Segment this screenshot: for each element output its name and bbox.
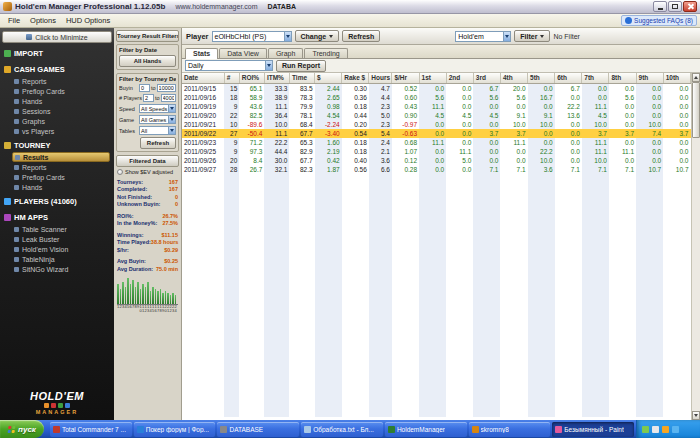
tab-data-view[interactable]: Data View [219, 48, 267, 58]
start-button[interactable]: пуск [0, 420, 44, 438]
tab-graph[interactable]: Graph [268, 48, 303, 58]
sidebar-item-graphs[interactable]: Graphs [0, 116, 114, 126]
col-header-4th[interactable]: 4th [500, 73, 527, 83]
col-header-hr[interactable]: $/Hr [392, 73, 419, 83]
col-header-8th[interactable]: 8th [609, 73, 636, 83]
taskbar-item-holdemmanager[interactable]: HoldemManager [385, 422, 467, 437]
empty-cell [446, 300, 473, 309]
scroll-down-button[interactable] [692, 411, 700, 420]
taskbar-item-txt[interactable]: Обработка.txt - Бл... [301, 422, 383, 437]
sidebar-item-hands[interactable]: Hands [0, 182, 114, 192]
item-label: Results [23, 154, 48, 161]
minimize-sidebar-button[interactable]: Click to Minimize [2, 31, 112, 43]
game-select[interactable]: All Games [139, 115, 176, 124]
show-ev-toggle[interactable]: Show $EV adjusted [117, 169, 178, 175]
sidebar-item-hands[interactable]: Hands [0, 96, 114, 106]
buyin-from-input[interactable] [139, 84, 150, 92]
col-header-3rd[interactable]: 3rd [473, 73, 500, 83]
empty-row [182, 282, 691, 291]
taskbar-item-item[interactable]: Покер форум | Фор... [134, 422, 216, 437]
sidebar-item-reports[interactable]: Reports [0, 76, 114, 86]
refresh-button[interactable]: Refresh [342, 30, 380, 42]
game-type-select[interactable]: Hold'em [455, 31, 511, 42]
minimize-window-button[interactable] [653, 1, 667, 12]
col-header-item[interactable]: $ [315, 73, 342, 83]
sidebar-item-vs-players[interactable]: vs Players [0, 126, 114, 136]
col-header-roi[interactable]: ROI% [239, 73, 264, 83]
vertical-scrollbar[interactable] [691, 73, 700, 420]
tables-select[interactable]: All [139, 126, 176, 135]
tray-icon[interactable] [642, 426, 649, 433]
col-header-7th[interactable]: 7th [582, 73, 609, 83]
buyin-to-input[interactable] [157, 84, 176, 92]
sidebar-item-leak-buster[interactable]: Leak Buster [0, 234, 114, 244]
col-header-hours[interactable]: Hours [369, 73, 392, 83]
sidebar-section-hm-apps[interactable]: HM APPS [0, 211, 114, 224]
tab-trending[interactable]: Trending [304, 48, 347, 58]
col-header-time[interactable]: Time [289, 73, 314, 83]
cell: 5.0 [369, 111, 392, 120]
taskbar-item-paint[interactable]: Безымянный - Paint [552, 422, 634, 437]
all-hands-button[interactable]: All Hands [119, 55, 176, 67]
sidebar-section-players-41060[interactable]: PLAYERS (41060) [0, 195, 114, 208]
player-select[interactable]: eOlHbCHbI (PS) [212, 31, 292, 42]
sidebar-item-sitngo-wizard[interactable]: SitNGo Wizard [0, 264, 114, 274]
table-row[interactable]: 2011/09/151565.133.383.52.440.304.70.520… [182, 83, 691, 93]
suggested-faqs-button[interactable]: Suggested FAQs (8) [621, 15, 697, 26]
change-player-button[interactable]: Change [295, 30, 340, 42]
sidebar-item-preflop-cards[interactable]: Preflop Cards [0, 86, 114, 96]
col-header-6th[interactable]: 6th [555, 73, 582, 83]
col-header-10th[interactable]: 10th [663, 73, 690, 83]
sidebar-item-tableninja[interactable]: TableNinja [0, 254, 114, 264]
table-row[interactable]: 2011/09/19943.611.179.90.980.182.30.4311… [182, 102, 691, 111]
menu-options[interactable]: Options [25, 15, 61, 26]
col-header-itm[interactable]: ITM% [264, 73, 289, 83]
players-from-input[interactable] [143, 94, 154, 102]
menu-file[interactable]: File [3, 15, 25, 26]
table-row[interactable]: 2011/09/272826.732.182.31.870.566.60.280… [182, 165, 691, 174]
close-window-button[interactable] [683, 1, 697, 12]
table-row[interactable]: 2011/09/161858.938.978.32.650.364.40.605… [182, 93, 691, 102]
sidebar-section-import[interactable]: IMPORT [0, 47, 114, 60]
tray-icon[interactable] [662, 426, 669, 433]
report-period-select[interactable]: Daily [185, 60, 273, 71]
table-row[interactable]: 2011/09/25997.344.482.92.190.182.11.070.… [182, 147, 691, 156]
sidebar-item-hold-em-vision[interactable]: Hold'em Vision [0, 244, 114, 254]
maximize-window-button[interactable] [668, 1, 682, 12]
sidebar-item-sessions[interactable]: Sessions [0, 106, 114, 116]
table-row[interactable]: 2011/09/202282.536.478.14.540.445.00.904… [182, 111, 691, 120]
sidebar-section-tourney[interactable]: TOURNEY [0, 139, 114, 152]
tab-stats[interactable]: Stats [185, 48, 218, 59]
col-header-5th[interactable]: 5th [528, 73, 555, 83]
col-header-1st[interactable]: 1st [419, 73, 446, 83]
scroll-up-button[interactable] [692, 73, 700, 82]
col-header-9th[interactable]: 9th [636, 73, 663, 83]
col-header-item[interactable]: # [224, 73, 239, 83]
filter-button[interactable]: Filter [514, 30, 550, 42]
col-header-date[interactable]: Date [182, 73, 224, 83]
scrollbar-thumb[interactable] [692, 82, 700, 138]
taskbar-item-total-commander-7[interactable]: Total Commander 7 ... [50, 422, 132, 437]
refresh-filters-button[interactable]: Refresh [140, 137, 176, 149]
menu-hud-options[interactable]: HUD Options [61, 15, 115, 26]
col-header-rake[interactable]: Rake $ [342, 73, 369, 83]
players-to-input[interactable] [161, 94, 176, 102]
tray-icon[interactable] [672, 426, 679, 433]
taskbar-item-skromny8[interactable]: skromny8 [469, 422, 551, 437]
table-row[interactable]: 2011/09/26208.430.067.70.420.403.60.120.… [182, 156, 691, 165]
table-row[interactable]: 2011/09/23971.222.265.31.600.182.40.6811… [182, 138, 691, 147]
table-row[interactable]: 2011/09/2110-89.610.068.4-2.240.202.3-0.… [182, 120, 691, 129]
chart-bar [120, 289, 122, 304]
scrollbar-track[interactable] [692, 82, 700, 411]
sidebar-item-results[interactable]: Results [12, 152, 110, 162]
sidebar-section-cash-games[interactable]: CASH GAMES [0, 63, 114, 76]
taskbar-item-database[interactable]: DATABASE [217, 422, 299, 437]
sidebar-item-reports[interactable]: Reports [0, 162, 114, 172]
run-report-button[interactable]: Run Report [276, 60, 326, 72]
sidebar-item-preflop-cards[interactable]: Preflop Cards [0, 172, 114, 182]
tray-icon[interactable] [652, 426, 659, 433]
sidebar-item-table-scanner[interactable]: Table Scanner [0, 224, 114, 234]
col-header-2nd[interactable]: 2nd [446, 73, 473, 83]
table-row[interactable]: 2011/09/2227-50.411.167.7-3.400.545.4-0.… [182, 129, 691, 138]
speed-select[interactable]: All Speeds [139, 104, 176, 113]
